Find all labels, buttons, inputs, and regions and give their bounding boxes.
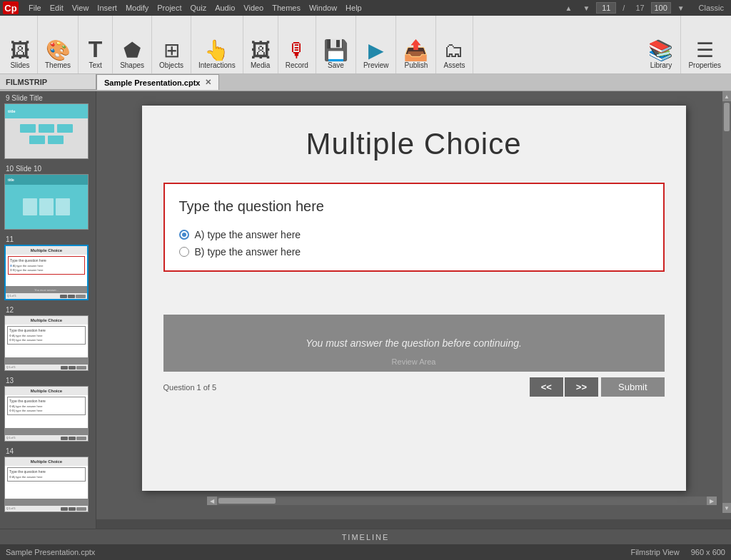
- ribbon-interactions-btn[interactable]: 👆 Interactions: [196, 39, 238, 71]
- ribbon-objects-btn[interactable]: ⊞ Objects: [156, 39, 186, 71]
- nav-arrow-up[interactable]: ▲: [565, 4, 573, 12]
- menu-modify[interactable]: Modify: [126, 4, 148, 12]
- list-item[interactable]: 10 Slide 10 title: [0, 162, 96, 233]
- assets-icon: 🗂: [444, 41, 464, 61]
- ribbon-save-btn[interactable]: 💾 Save: [321, 39, 351, 71]
- question-area: Type the question here A) type the answe…: [165, 184, 663, 270]
- ribbon-publish-btn[interactable]: 📤 Publish: [400, 39, 431, 71]
- interactions-icon: 👆: [204, 41, 229, 61]
- media-label: Media: [251, 61, 270, 69]
- vertical-scrollbar[interactable]: ▲ ▼: [722, 91, 731, 513]
- ribbon-preview-btn[interactable]: ▶ Preview: [361, 39, 392, 71]
- answer-option-a[interactable]: A) type the answer here: [179, 229, 649, 240]
- slide-number-label: 14: [4, 447, 91, 455]
- menu-themes[interactable]: Themes: [272, 4, 301, 12]
- menu-window[interactable]: Window: [309, 4, 337, 12]
- ribbon-group-save: 💾 Save: [316, 16, 356, 73]
- slide-thumbnail[interactable]: Multiple Choice Type the question here A…: [4, 245, 89, 300]
- ribbon-shapes-btn[interactable]: ⬟ Shapes: [117, 39, 147, 71]
- menu-quiz[interactable]: Quiz: [191, 4, 207, 12]
- scroll-left-arrow[interactable]: ◀: [207, 497, 217, 505]
- menu-project[interactable]: Project: [157, 4, 181, 12]
- slide-thumbnail[interactable]: title: [4, 103, 89, 159]
- slide-number-label: 11: [4, 235, 91, 243]
- scroll-right-arrow[interactable]: ▶: [707, 497, 717, 505]
- ribbon-text-btn[interactable]: T Text: [86, 36, 106, 71]
- slide-title: Multiple Choice: [171, 127, 657, 161]
- ribbon-slides-btn[interactable]: 🖼 Slides: [7, 39, 33, 71]
- menu-audio[interactable]: Audio: [215, 4, 235, 12]
- v-scrollbar-thumb[interactable]: [724, 103, 730, 131]
- status-bar: Sample Presentation.cptx Filmstrip View …: [0, 544, 731, 560]
- ribbon-record-btn[interactable]: 🎙 Record: [283, 39, 311, 71]
- slide-sep: /: [622, 4, 625, 12]
- menu-view[interactable]: View: [72, 4, 89, 12]
- ribbon-themes-btn[interactable]: 🎨 Themes: [42, 39, 74, 71]
- slide-number-label: 13: [4, 377, 91, 385]
- list-item[interactable]: 12 Multiple Choice Type the question her…: [0, 303, 96, 374]
- status-filename: Sample Presentation.cptx: [6, 548, 95, 556]
- menu-bar: Cp File Edit View Insert Modify Project …: [0, 0, 731, 16]
- slide-thumbnail[interactable]: title: [4, 174, 89, 230]
- zoom-arrow[interactable]: ▼: [677, 4, 685, 12]
- question-box[interactable]: Type the question here A) type the answe…: [163, 183, 665, 272]
- menu-file[interactable]: File: [29, 4, 41, 12]
- menu-edit[interactable]: Edit: [50, 4, 64, 12]
- h-scrollbar-thumb[interactable]: [218, 498, 276, 504]
- slide-thumbnail[interactable]: Multiple Choice Type the question here A…: [4, 386, 89, 442]
- list-item[interactable]: 13 Multiple Choice Type the question her…: [0, 374, 96, 444]
- themes-icon: 🎨: [46, 41, 71, 61]
- properties-label: Properties: [688, 61, 721, 69]
- total-slides: 17: [635, 4, 644, 12]
- text-label: Text: [89, 61, 101, 69]
- ribbon-group-record: 🎙 Record: [278, 16, 316, 73]
- timeline-label: TIMELINE: [342, 533, 390, 541]
- zoom-box[interactable]: 100: [651, 2, 671, 14]
- assets-label: Assets: [443, 61, 465, 69]
- answer-option-b[interactable]: B) type the answer here: [179, 246, 649, 258]
- ribbon-media-btn[interactable]: 🖼 Media: [248, 39, 273, 71]
- horizontal-scrollbar[interactable]: ◀ ▶: [207, 497, 717, 505]
- list-item[interactable]: 9 Slide Title title: [0, 91, 96, 162]
- interactions-label: Interactions: [198, 61, 236, 69]
- document-tab[interactable]: Sample Presentation.cptx ✕: [96, 74, 219, 90]
- ribbon-group-interactions: 👆 Interactions: [191, 16, 243, 73]
- status-dimensions: 960 x 600: [691, 548, 725, 556]
- menu-video[interactable]: Video: [243, 4, 263, 12]
- status-right: Filmstrip View 960 x 600: [630, 548, 725, 556]
- prev-button[interactable]: <<: [530, 377, 563, 397]
- record-label: Record: [286, 61, 308, 69]
- slide-nav-bar: Question 1 of 5 << >> Submit: [163, 372, 665, 399]
- slide-thumbnail[interactable]: Multiple Choice Type the question here A…: [4, 457, 89, 512]
- radio-button-a[interactable]: [179, 230, 189, 240]
- ribbon-group-slides: 🖼 Slides: [3, 16, 38, 73]
- scroll-down-arrow[interactable]: ▼: [722, 503, 731, 513]
- ribbon-assets-btn[interactable]: 🗂 Assets: [440, 39, 468, 71]
- slide-navigation: ▲ ▼ 11 / 17 100 ▼: [561, 2, 689, 14]
- ribbon-group-properties: ☰ Properties: [681, 16, 728, 73]
- objects-icon: ⊞: [163, 41, 180, 61]
- submit-button[interactable]: Submit: [601, 377, 664, 397]
- slides-icon: 🖼: [10, 41, 30, 61]
- publish-label: Publish: [405, 61, 428, 69]
- list-item[interactable]: 14 Multiple Choice Type the question her…: [0, 444, 96, 515]
- list-item[interactable]: 11 Multiple Choice Type the question her…: [0, 233, 96, 303]
- ribbon-group-publish: 📤 Publish: [396, 16, 436, 73]
- menu-help[interactable]: Help: [346, 4, 362, 12]
- current-slide-box[interactable]: 11: [596, 2, 616, 14]
- slide-number-label: 10 Slide 10: [4, 165, 91, 173]
- ribbon-group-preview: ▶ Preview: [356, 16, 397, 73]
- nav-buttons: << >> Submit: [530, 377, 665, 397]
- ribbon-properties-btn[interactable]: ☰ Properties: [685, 39, 724, 71]
- scroll-up-arrow[interactable]: ▲: [722, 91, 731, 101]
- themes-label: Themes: [45, 61, 71, 69]
- mode-label: Classic: [699, 4, 724, 12]
- slide-thumbnail[interactable]: Multiple Choice Type the question here A…: [4, 315, 89, 371]
- close-tab-icon[interactable]: ✕: [205, 78, 211, 87]
- radio-button-b[interactable]: [179, 247, 189, 257]
- next-button[interactable]: >>: [565, 377, 598, 397]
- menu-insert[interactable]: Insert: [97, 4, 117, 12]
- ribbon-library-btn[interactable]: 📚 Library: [645, 39, 676, 71]
- nav-arrow-down[interactable]: ▼: [583, 4, 590, 12]
- question-text[interactable]: Type the question here: [179, 198, 649, 215]
